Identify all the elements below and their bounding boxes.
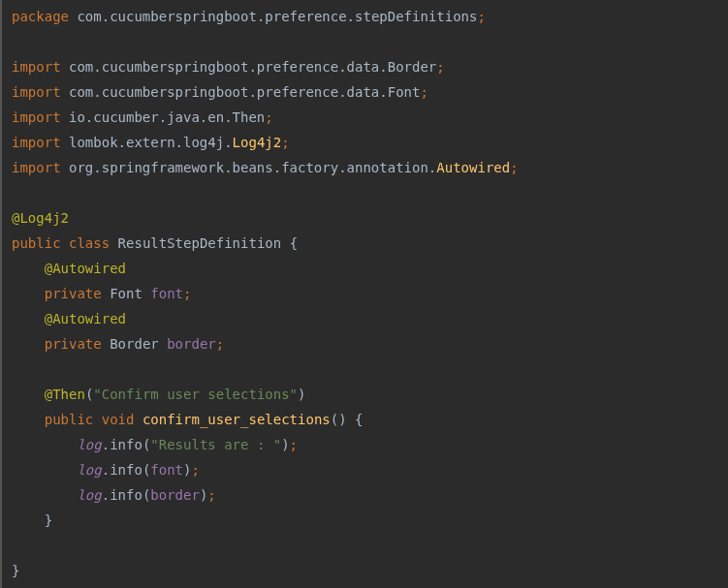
semicolon: ;	[265, 109, 272, 125]
field-border-ref: border	[150, 487, 200, 503]
code-line: private Font font;	[12, 281, 718, 306]
space	[110, 235, 117, 251]
semicolon: ;	[183, 286, 191, 301]
keyword-import: import	[12, 160, 61, 175]
close-brace: }	[12, 563, 19, 578]
open-brace: {	[290, 235, 298, 251]
code-line-blank	[12, 533, 718, 558]
keyword-import: import	[12, 59, 61, 75]
open-brace: {	[355, 412, 363, 427]
close-brace: }	[45, 512, 52, 528]
annotation-autowired: @Autowired	[45, 311, 126, 326]
code-line-blank	[12, 180, 718, 205]
info-call: .info(	[102, 437, 151, 452]
code-line-blank	[12, 356, 718, 382]
code-line: public class ResultStepDefinition {	[12, 231, 718, 256]
import-path-prefix: org.springframework.beans.factory.annota…	[61, 160, 437, 175]
type-font: Font	[110, 286, 142, 301]
semicolon: ;	[207, 487, 215, 503]
code-line: import com.cucumberspringboot.preference…	[12, 54, 718, 79]
keyword-import: import	[12, 84, 61, 100]
import-path: com.cucumberspringboot.preference.data.B…	[61, 59, 437, 75]
code-line: @Autowired	[12, 306, 718, 331]
space	[347, 412, 355, 427]
empty-parens: ()	[331, 412, 347, 427]
then-string: "Confirm user selections"	[93, 387, 298, 402]
keyword-private: private	[45, 336, 102, 352]
space	[134, 412, 142, 427]
annotation-log4j2: @Log4j2	[12, 210, 69, 226]
method-name: confirm_user_selections	[142, 412, 331, 427]
annotation-then: @Then	[45, 387, 85, 402]
code-line: import io.cucumber.java.en.Then;	[12, 105, 718, 130]
import-class: Autowired	[436, 160, 510, 175]
close-paren: )	[281, 437, 289, 452]
close-paren: )	[298, 387, 305, 402]
keyword-class: class	[69, 235, 110, 251]
keyword-private: private	[45, 286, 102, 301]
semicolon: ;	[281, 135, 289, 150]
results-string: "Results are : "	[150, 437, 281, 452]
class-name: ResultStepDefinition	[118, 235, 282, 251]
semicolon: ;	[216, 336, 224, 352]
keyword-import: import	[12, 135, 61, 150]
code-line: private Border border;	[12, 331, 718, 356]
info-call: .info(	[102, 487, 151, 503]
keyword-public: public	[45, 412, 94, 427]
code-line: import lombok.extern.log4j.Log4j2;	[12, 130, 718, 155]
package-path: com.cucumberspringboot.preference.stepDe…	[69, 9, 477, 24]
space	[102, 286, 110, 301]
info-call: .info(	[102, 462, 151, 478]
import-path: com.cucumberspringboot.preference.data.F…	[61, 84, 421, 100]
code-line: log.info("Results are : ");	[12, 432, 718, 457]
code-line: public void confirm_user_selections() {	[12, 407, 718, 432]
keyword-public: public	[12, 235, 61, 251]
code-line-blank	[12, 29, 718, 54]
code-line: import com.cucumberspringboot.preference…	[12, 79, 718, 105]
space	[93, 412, 101, 427]
code-editor[interactable]: package com.cucumberspringboot.preferenc…	[12, 4, 718, 583]
keyword-void: void	[102, 412, 135, 427]
code-line: log.info(font);	[12, 457, 718, 482]
annotation-autowired: @Autowired	[45, 261, 126, 276]
code-line: }	[12, 558, 718, 583]
field-border: border	[167, 336, 216, 352]
type-border: Border	[110, 336, 159, 352]
semicolon: ;	[436, 59, 444, 75]
keyword-import: import	[12, 109, 61, 125]
code-line: @Autowired	[12, 256, 718, 281]
code-line: }	[12, 508, 718, 533]
semicolon: ;	[290, 437, 298, 452]
semicolon: ;	[420, 84, 427, 100]
import-path-prefix: lombok.extern.log4j.	[61, 135, 233, 150]
import-class: Log4j2	[233, 135, 282, 150]
space	[102, 336, 110, 352]
log-variable: log	[77, 437, 101, 452]
space	[61, 235, 69, 251]
field-font: font	[150, 286, 183, 301]
code-line: log.info(border);	[12, 482, 718, 508]
semicolon: ;	[191, 462, 199, 478]
import-path: io.cucumber.java.en.Then	[61, 109, 266, 125]
code-line: package com.cucumberspringboot.preferenc…	[12, 4, 718, 29]
semicolon: ;	[510, 160, 518, 175]
code-line: @Then("Confirm user selections")	[12, 382, 718, 407]
code-line: import org.springframework.beans.factory…	[12, 155, 718, 180]
log-variable: log	[77, 487, 101, 503]
field-font-ref: font	[150, 462, 183, 478]
code-line: @Log4j2	[12, 205, 718, 231]
space	[281, 235, 289, 251]
keyword-package: package	[12, 9, 69, 24]
log-variable: log	[77, 462, 101, 478]
semicolon: ;	[477, 9, 485, 24]
space	[159, 336, 167, 352]
